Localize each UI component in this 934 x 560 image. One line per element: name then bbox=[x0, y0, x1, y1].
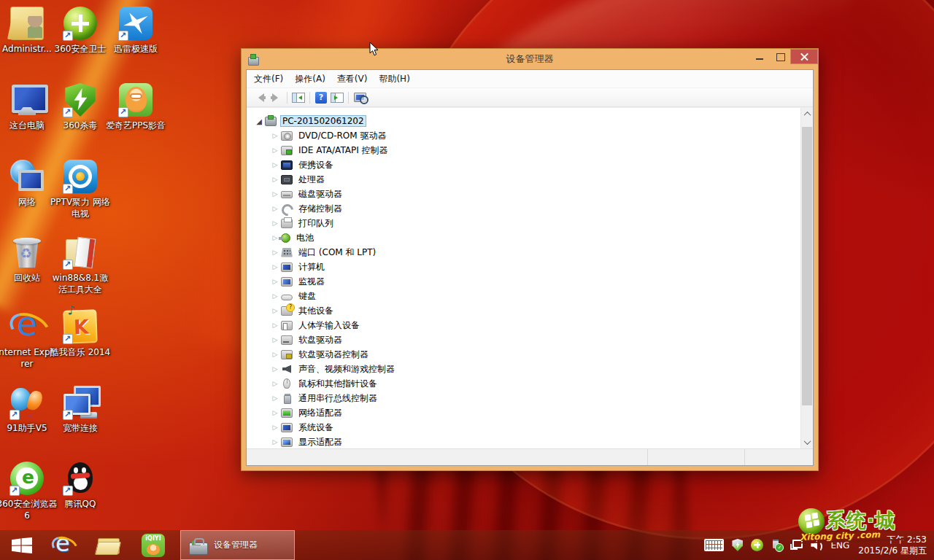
tree-item-network-adapter[interactable]: ▷网络适配器 bbox=[248, 405, 799, 420]
tree-item-label[interactable]: IDE ATA/ATAPI 控制器 bbox=[296, 144, 390, 158]
maximize-button[interactable] bbox=[770, 49, 790, 64]
tray-360-ball-icon[interactable] bbox=[751, 539, 763, 551]
expand-toggle-icon[interactable]: ▷ bbox=[270, 205, 280, 212]
tree-item-label[interactable]: 网络适配器 bbox=[296, 406, 344, 420]
tree-item-label[interactable]: PC-201502061202 bbox=[280, 115, 366, 127]
tree-item-hid[interactable]: ▷人体学输入设备 bbox=[248, 318, 799, 332]
desktop-icon-broadband[interactable]: 宽带连接 bbox=[49, 385, 112, 434]
tree-item-processor[interactable]: ▷处理器 bbox=[248, 172, 799, 187]
tree-item-other-devices[interactable]: ▷其他设备 bbox=[248, 303, 799, 318]
scan-computer-button[interactable] bbox=[352, 90, 368, 105]
expand-toggle-icon[interactable]: ▷ bbox=[270, 249, 280, 256]
tree-item-label[interactable]: 便携设备 bbox=[296, 158, 336, 172]
tree-item-monitor[interactable]: ▷监视器 bbox=[248, 274, 799, 289]
desktop-icon-qq[interactable]: 腾讯QQ bbox=[49, 461, 112, 510]
back-button[interactable] bbox=[252, 90, 268, 105]
tree-item-label[interactable]: 显示适配器 bbox=[296, 435, 344, 449]
language-indicator[interactable]: ENG bbox=[830, 540, 849, 551]
tree-item-label[interactable]: 计算机 bbox=[296, 260, 327, 274]
expand-toggle-icon[interactable]: ▷ bbox=[270, 292, 280, 300]
tree-item-label[interactable]: 声音、视频和游戏控制器 bbox=[296, 362, 397, 376]
tree-item-label[interactable]: 软盘驱动器 bbox=[296, 333, 344, 347]
tree-item-sound[interactable]: ▷声音、视频和游戏控制器 bbox=[248, 362, 799, 376]
tree-item-ide-controller[interactable]: ▷IDE ATA/ATAPI 控制器 bbox=[248, 143, 799, 158]
start-button[interactable] bbox=[9, 535, 34, 556]
tree-item-label[interactable]: 系统设备 bbox=[296, 421, 336, 435]
tree-item-label[interactable]: 处理器 bbox=[296, 173, 327, 187]
tree-item-label[interactable]: DVD/CD-ROM 驱动器 bbox=[296, 129, 388, 143]
scroll-down-button[interactable] bbox=[801, 436, 813, 448]
taskbar-clock[interactable]: 下午 2:53 2015/2/6 星期五 bbox=[858, 534, 927, 556]
expand-toggle-icon[interactable]: ▷ bbox=[270, 161, 280, 168]
tree-item-storage-controller[interactable]: ▷存储控制器 bbox=[248, 201, 799, 216]
taskbar-app-explorer[interactable] bbox=[93, 530, 123, 560]
expand-toggle-icon[interactable]: ▷ bbox=[270, 409, 280, 416]
tray-network-icon[interactable] bbox=[790, 540, 803, 551]
expand-toggle-icon[interactable]: ▷ bbox=[270, 394, 280, 402]
tree-item-computer[interactable]: ▷计算机 bbox=[248, 260, 799, 274]
taskbar-app-iqiyi[interactable] bbox=[138, 530, 169, 560]
forward-button[interactable] bbox=[268, 90, 284, 105]
desktop-icon-pps[interactable]: 爱奇艺PPS影音 bbox=[104, 82, 167, 131]
expand-toggle-icon[interactable]: ▷ bbox=[270, 176, 280, 183]
tree-item-label[interactable]: 人体学输入设备 bbox=[296, 319, 362, 332]
tree-item-root[interactable]: ◢PC-201502061202 bbox=[248, 114, 799, 128]
desktop-icon-360-safe[interactable]: 360安全卫士 bbox=[49, 6, 112, 55]
desktop-icon-thunder[interactable]: 迅雷极速版 bbox=[104, 6, 167, 55]
tree-item-floppy-drive[interactable]: ▷软盘驱动器 bbox=[248, 332, 799, 347]
scroll-up-button[interactable] bbox=[801, 108, 813, 120]
tray-volume-icon[interactable] bbox=[811, 540, 823, 551]
taskbar-active-task[interactable]: 设备管理器 bbox=[180, 530, 295, 560]
expand-toggle-icon[interactable]: ▷ bbox=[270, 219, 280, 227]
expand-toggle-icon[interactable]: ▷ bbox=[270, 438, 280, 446]
expand-toggle-icon[interactable]: ▷ bbox=[270, 351, 280, 358]
vertical-scrollbar[interactable] bbox=[800, 108, 813, 448]
tree-item-label[interactable]: 磁盘驱动器 bbox=[296, 187, 344, 201]
expand-toggle-icon[interactable]: ▷ bbox=[270, 190, 280, 198]
tree-item-label[interactable]: 鼠标和其他指针设备 bbox=[296, 377, 379, 391]
menu-item-3[interactable]: 帮助(H) bbox=[379, 73, 409, 85]
expand-toggle-icon[interactable]: ▷ bbox=[270, 322, 280, 329]
expand-toggle-icon[interactable]: ▷ bbox=[270, 263, 280, 271]
collapse-toggle-icon[interactable]: ◢ bbox=[254, 117, 264, 125]
tree-item-system-devices[interactable]: ▷系统设备 bbox=[248, 420, 799, 435]
tree-item-label[interactable]: 监视器 bbox=[296, 275, 327, 289]
tree-item-label[interactable]: 键盘 bbox=[296, 289, 318, 303]
expand-toggle-icon[interactable]: ▷ bbox=[270, 424, 280, 431]
tree-item-label[interactable]: 存储控制器 bbox=[296, 202, 344, 216]
tree-item-print-queue[interactable]: ▷打印队列 bbox=[248, 216, 799, 230]
close-button[interactable] bbox=[790, 49, 818, 64]
tray-keyboard-icon[interactable] bbox=[704, 539, 724, 551]
tree-item-floppy-controller[interactable]: ▷软盘驱动器控制器 bbox=[248, 347, 799, 362]
tree-item-mouse[interactable]: ▷鼠标和其他指针设备 bbox=[248, 376, 799, 391]
expand-toggle-icon[interactable]: ▷ bbox=[270, 278, 280, 285]
taskbar-app-ie[interactable] bbox=[47, 530, 78, 560]
expand-toggle-icon[interactable]: ▷ bbox=[270, 147, 280, 154]
tree-item-display-adapter[interactable]: ▷显示适配器 bbox=[248, 435, 799, 448]
tray-usb-icon[interactable] bbox=[771, 540, 782, 551]
action-pane-button[interactable] bbox=[329, 90, 345, 105]
scrollbar-thumb[interactable] bbox=[802, 127, 812, 405]
expand-toggle-icon[interactable]: ▷ bbox=[270, 365, 280, 373]
tree-item-label[interactable]: 端口 (COM 和 LPT) bbox=[296, 246, 378, 260]
expand-toggle-icon[interactable]: ▷ bbox=[270, 336, 280, 343]
tree-item-portable-device[interactable]: ▷便携设备 bbox=[248, 158, 799, 172]
expand-toggle-icon[interactable]: ▷ bbox=[270, 380, 280, 387]
tree-item-keyboard[interactable]: ▷键盘 bbox=[248, 289, 799, 303]
desktop-icon-pptv[interactable]: PPTV聚力 网络电视 bbox=[49, 159, 112, 219]
expand-toggle-icon[interactable]: ▷ bbox=[270, 307, 280, 314]
menu-item-2[interactable]: 查看(V) bbox=[337, 73, 368, 85]
tree-item-usb-controller[interactable]: ▷通用串行总线控制器 bbox=[248, 391, 799, 405]
tree-item-label[interactable]: 电池 bbox=[294, 231, 316, 245]
title-bar[interactable]: 设备管理器 bbox=[242, 49, 818, 69]
desktop-icon-kuwo-music[interactable]: 酷我音乐 2014 bbox=[49, 309, 112, 358]
tree-item-label[interactable]: 软盘驱动器控制器 bbox=[296, 348, 371, 362]
tree-item-label[interactable]: 通用串行总线控制器 bbox=[296, 392, 379, 405]
menu-item-1[interactable]: 操作(A) bbox=[295, 73, 325, 85]
menu-item-0[interactable]: 文件(F) bbox=[254, 73, 283, 85]
tray-360-shield-icon[interactable] bbox=[732, 539, 743, 551]
help-button[interactable]: ? bbox=[313, 90, 329, 105]
desktop-icon-activation-folder[interactable]: win88&8.1激活工具大全 bbox=[49, 235, 112, 295]
tree-item-label[interactable]: 其他设备 bbox=[296, 304, 336, 318]
tree-item-label[interactable]: 打印队列 bbox=[296, 217, 336, 230]
